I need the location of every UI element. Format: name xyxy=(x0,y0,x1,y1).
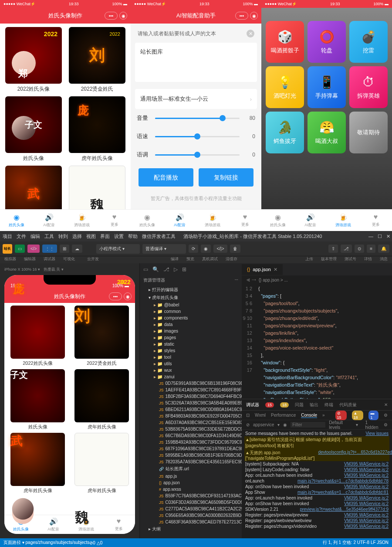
avatar-item[interactable] xyxy=(67,166,127,209)
menu-item[interactable]: 帮助 xyxy=(128,233,138,240)
ext-icon[interactable]: ⊞ xyxy=(182,266,186,272)
simulator-phone[interactable]: 19:32100% ▬ 姓氏头像制作•••◉ 2022姓氏头像 2022烫金姓氏… xyxy=(4,275,135,534)
menu-item[interactable]: 视图 xyxy=(86,233,96,240)
context-dropdown[interactable]: appservice xyxy=(253,422,274,427)
dice-icon: 🎲 xyxy=(277,30,293,44)
target-icon[interactable]: ◉ xyxy=(119,12,127,20)
avatar-item[interactable]: 郑2022姓氏头像 xyxy=(3,27,64,93)
debug-button[interactable]: </|> xyxy=(213,245,227,253)
volume-slider[interactable] xyxy=(155,118,240,119)
tab-output[interactable]: 输出 xyxy=(310,402,318,408)
tile-mine[interactable]: 💣挖雷 xyxy=(349,21,388,63)
message-button[interactable]: 🔔 xyxy=(378,245,389,253)
close-icon[interactable]: ✕ xyxy=(247,30,254,37)
close-icon[interactable]: ✕ xyxy=(386,234,390,239)
file-tree[interactable]: ▸ 打开的编辑器▾ 虎年姓氏头像▸ 📁@babel▸ 📁common▸ 📁com… xyxy=(140,285,242,538)
tab-voice[interactable]: 🔊AI配音 xyxy=(163,210,196,231)
menu-item[interactable]: 选择 xyxy=(72,233,82,240)
explorer-tab-icon[interactable]: ▭ xyxy=(143,266,148,272)
menu-item[interactable]: 设置 xyxy=(114,233,124,240)
avatar-item[interactable] xyxy=(3,166,64,209)
tile-light[interactable]: 💡酒吧灯光 xyxy=(266,66,304,108)
close-icon[interactable]: ✕ xyxy=(274,267,277,272)
debugger-button[interactable]: ⋮⋮ xyxy=(42,245,57,253)
avatar-item[interactable]: 2022烫金姓氏 xyxy=(67,27,127,93)
timer-icon: ⏱ xyxy=(362,75,375,89)
tab-games[interactable]: 🍺酒场游戏 xyxy=(65,210,98,231)
tile-roulette[interactable]: ⭕轮盘 xyxy=(308,21,346,63)
tab-quality[interactable]: 代码质量 xyxy=(339,402,357,408)
menu-icon[interactable]: ••• xyxy=(109,292,122,300)
menu-item[interactable]: 编辑 xyxy=(30,233,40,240)
voice-selector[interactable]: 通用场景—标准女生—小云› xyxy=(135,89,257,109)
visual-button[interactable]: ⊞ xyxy=(60,245,69,253)
gear-icon[interactable]: ⚙ xyxy=(384,422,388,427)
console-output[interactable]: Some messages have been moved to the Iss… xyxy=(242,430,392,538)
tab-problems[interactable]: 问题 xyxy=(295,402,304,408)
tile-dice[interactable]: 🎲喝酒摇骰子 xyxy=(266,21,304,63)
tab-avatar[interactable]: ◉姓氏头像 xyxy=(0,210,33,231)
compile-button[interactable]: ⟳ xyxy=(189,245,198,253)
tile-danmu[interactable]: 📱手持弹幕 xyxy=(308,66,346,108)
tile-drink[interactable]: 😤喝酒大叔 xyxy=(308,112,346,153)
tab-avatar[interactable]: ◉姓氏头像 xyxy=(261,210,294,231)
details-button[interactable]: ≡ xyxy=(367,245,375,253)
tone-slider[interactable] xyxy=(155,154,240,156)
tab-debugger[interactable]: 调试器 xyxy=(246,402,259,408)
maximize-icon[interactable]: ☐ xyxy=(378,234,382,239)
editor-button[interactable]: </> xyxy=(27,245,40,253)
clear-icon[interactable]: ⊘ xyxy=(246,422,250,427)
git-icon[interactable]: ⎇ xyxy=(163,266,169,272)
dock-icon[interactable]: ⊡ xyxy=(246,413,250,418)
play-button[interactable]: 配音播放 xyxy=(139,168,193,187)
avatar-item[interactable]: 姓氏头像 xyxy=(3,96,64,162)
test-button[interactable]: ⊙ xyxy=(355,245,364,253)
menu-item[interactable]: 微信开发者工具 xyxy=(142,233,176,240)
phone-screenshot-3: ●●●●● WeChat⚡19:33100% ▬ 🎲喝酒摇骰子 ⭕轮盘 💣挖雷 … xyxy=(261,0,392,231)
tab-more[interactable]: ♥更多 xyxy=(229,210,261,231)
tab-avatar[interactable]: ◉姓氏头像 xyxy=(131,210,163,231)
gear-icon[interactable]: ⚙ xyxy=(384,413,388,418)
target-icon[interactable]: ◉ xyxy=(124,292,132,300)
cache-button[interactable]: 🗑 xyxy=(230,245,240,253)
menu-item[interactable]: 工具 xyxy=(44,233,54,240)
target-icon[interactable]: ◉ xyxy=(250,12,258,20)
menu-item[interactable]: 项目 xyxy=(3,233,12,240)
code-editor[interactable]: 1 2 3 4 5 6 7 8 9 10 11 12 13 14 15 16 1… xyxy=(242,284,392,399)
tab-more[interactable]: ♥更多 xyxy=(98,210,131,231)
tile-croc[interactable]: 🐊鳄鱼拔牙 xyxy=(266,112,304,153)
beer-icon: 🍺 xyxy=(78,213,86,221)
tab-voice[interactable]: 🔊AI配音 xyxy=(33,210,65,231)
version-button[interactable]: ⎇ xyxy=(341,245,352,253)
filter-input[interactable] xyxy=(291,422,325,428)
close-icon[interactable]: ✕ xyxy=(384,402,388,407)
copy-button[interactable]: 复制链接 xyxy=(199,168,253,187)
menu-item[interactable]: 转到 xyxy=(58,233,68,240)
simulator-button[interactable]: ▭ xyxy=(15,245,25,253)
upload-button[interactable]: ⇧ xyxy=(328,245,338,253)
breadcrumb[interactable]: ⫷ ⟶{} app.json > ... xyxy=(242,275,392,284)
tab-games[interactable]: 🍺酒场游戏 xyxy=(196,210,229,231)
menu-icon[interactable]: ••• xyxy=(105,12,118,20)
mode-dropdown[interactable]: 小程序模式 ▾ xyxy=(96,244,140,254)
search-icon[interactable]: 🔍 xyxy=(152,266,159,272)
editor-tab[interactable]: {}app.json✕ xyxy=(242,264,283,275)
chevron-right-icon: › xyxy=(250,96,252,102)
compile-dropdown[interactable]: 普通编译 ▾ xyxy=(142,244,186,254)
minimize-icon[interactable]: — xyxy=(368,234,373,239)
tts-text-input[interactable]: 站长图库 xyxy=(135,43,257,82)
tab-voice[interactable]: 🔊AI配音 xyxy=(294,210,327,231)
debug-icon[interactable]: ▷ xyxy=(174,266,178,272)
menu-item[interactable]: 界面 xyxy=(100,233,110,240)
tab-terminal[interactable]: 终端 xyxy=(324,402,333,408)
menu-item[interactable]: 文件 xyxy=(17,233,26,240)
cloud-button[interactable]: ☁ xyxy=(72,245,82,253)
preview-button[interactable]: ◉ xyxy=(201,245,211,253)
tile-bomb[interactable]: ⏱拆弹英雄 xyxy=(349,66,388,108)
tab-more[interactable]: ♥更多 xyxy=(359,210,392,231)
menu-icon[interactable]: ••• xyxy=(235,12,248,20)
speed-slider[interactable] xyxy=(155,136,240,137)
avatar-item[interactable]: 虎年姓氏头像 xyxy=(67,96,127,162)
tab-games[interactable]: 🍺酒场游戏 xyxy=(327,210,359,231)
toolbar: 站长 ▭ </> ⋮⋮ ⊞ ☁ 小程序模式 ▾ 普通编译 ▾ ⟳ ◉ </|> … xyxy=(0,241,392,256)
